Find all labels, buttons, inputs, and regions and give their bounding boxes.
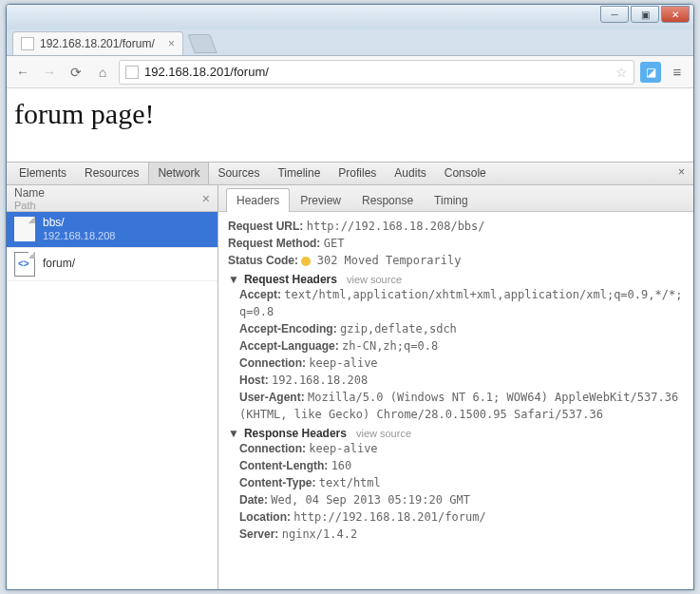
- network-columns-header: Name Path ×: [7, 185, 218, 212]
- headers-pane: Request URL: http://192.168.18.208/bbs/ …: [218, 212, 693, 589]
- devtools-tab-profiles[interactable]: Profiles: [330, 163, 386, 184]
- request-url-label: Request URL:: [228, 220, 303, 233]
- header-row: Server: nginx/1.4.2: [239, 526, 684, 543]
- network-request-panel: Name Path × bbs/192.168.18.208forum/: [7, 185, 218, 589]
- view-source-link[interactable]: view source: [356, 428, 411, 439]
- file-icon: [14, 217, 35, 241]
- response-headers-section[interactable]: ▼ Response Headers view source: [228, 427, 684, 440]
- header-value: keep-alive: [309, 356, 377, 370]
- page-icon: [21, 37, 34, 50]
- detail-tab-headers[interactable]: Headers: [226, 188, 290, 212]
- header-row: Content-Length: 160: [239, 457, 684, 474]
- header-row: Accept-Language: zh-CN,zh;q=0.8: [239, 337, 684, 354]
- titlebar: ─ ▣ ✕: [7, 5, 693, 29]
- request-host: 192.168.18.208: [43, 230, 115, 243]
- network-request-item[interactable]: forum/: [7, 248, 218, 281]
- devtools-tab-elements[interactable]: Elements: [10, 163, 76, 184]
- header-row: Location: http://192.168.18.201/forum/: [239, 508, 684, 526]
- request-headers-title: Request Headers: [244, 273, 337, 286]
- html-file-icon: [14, 252, 35, 277]
- omnibox[interactable]: 192.168.18.201/forum/ ☆: [119, 60, 634, 85]
- tab-close-icon[interactable]: ×: [168, 37, 175, 50]
- column-name: Name: [14, 186, 45, 200]
- network-detail-panel: HeadersPreviewResponseTiming Request URL…: [218, 185, 693, 589]
- home-button[interactable]: ⌂: [92, 62, 113, 83]
- devtools-tab-audits[interactable]: Audits: [386, 163, 435, 184]
- browser-tab[interactable]: 192.168.18.201/forum/ ×: [12, 31, 183, 55]
- header-row: Accept: text/html,application/xhtml+xml,…: [239, 286, 684, 320]
- devtools-tab-sources[interactable]: Sources: [209, 163, 269, 184]
- header-value: zh-CN,zh;q=0.8: [342, 339, 438, 353]
- request-headers-list: Accept: text/html,application/xhtml+xml,…: [239, 286, 684, 423]
- header-key: Connection:: [239, 442, 309, 455]
- page-icon: [125, 66, 139, 79]
- header-value: gzip,deflate,sdch: [340, 322, 457, 335]
- header-row: Connection: keep-alive: [239, 440, 684, 457]
- status-code-label: Status Code:: [228, 254, 298, 267]
- detail-tab-response[interactable]: Response: [351, 188, 424, 212]
- bookmark-star-icon[interactable]: ☆: [615, 65, 628, 80]
- header-row: Accept-Encoding: gzip,deflate,sdch: [239, 320, 684, 337]
- header-key: Location:: [239, 510, 293, 524]
- header-value: nginx/1.4.2: [282, 527, 357, 541]
- request-headers-section[interactable]: ▼ Request Headers view source: [228, 273, 684, 286]
- header-key: Connection:: [239, 356, 309, 370]
- nav-toolbar: ← → ⟳ ⌂ 192.168.18.201/forum/ ☆ ◪ ≡: [7, 56, 693, 88]
- devtools-tab-network[interactable]: Network: [148, 163, 209, 184]
- back-button[interactable]: ←: [12, 62, 33, 83]
- header-row: Connection: keep-alive: [239, 354, 684, 372]
- header-row: User-Agent: Mozilla/5.0 (Windows NT 6.1;…: [239, 389, 684, 423]
- devtools-tab-resources[interactable]: Resources: [76, 163, 148, 184]
- reload-button[interactable]: ⟳: [66, 62, 86, 83]
- header-key: Host:: [239, 374, 272, 387]
- detail-tab-preview[interactable]: Preview: [290, 188, 351, 212]
- forward-button: →: [39, 62, 60, 83]
- header-value: text/html: [319, 476, 381, 489]
- header-key: Content-Length:: [239, 459, 331, 472]
- devtools-tab-timeline[interactable]: Timeline: [269, 163, 330, 184]
- page-content: forum page!: [7, 88, 693, 163]
- header-row: Content-Type: text/html: [239, 474, 684, 491]
- disclosure-triangle-icon: ▼: [228, 273, 239, 286]
- new-tab-button[interactable]: [187, 34, 217, 53]
- minimize-button[interactable]: ─: [600, 6, 629, 23]
- devtools-tabs: ElementsResourcesNetworkSourcesTimelineP…: [7, 163, 693, 185]
- header-key: Server:: [239, 527, 282, 541]
- request-name: bbs/: [43, 216, 115, 230]
- header-row: Host: 192.168.18.208: [239, 372, 684, 389]
- devtools-tab-console[interactable]: Console: [436, 163, 496, 184]
- panel-close-icon[interactable]: ×: [202, 191, 210, 206]
- tab-title: 192.168.18.201/forum/: [40, 37, 162, 50]
- request-name: forum/: [43, 257, 75, 271]
- header-value: http://192.168.18.201/forum/: [293, 510, 485, 524]
- menu-button[interactable]: ≡: [667, 62, 688, 83]
- network-request-item[interactable]: bbs/192.168.18.208: [7, 212, 218, 248]
- status-dot-icon: [301, 257, 311, 266]
- browser-window: ─ ▣ ✕ 192.168.18.201/forum/ × ← → ⟳ ⌂ 19…: [6, 4, 694, 590]
- request-method-label: Request Method:: [228, 237, 320, 250]
- view-source-link[interactable]: view source: [347, 274, 402, 285]
- response-headers-title: Response Headers: [244, 427, 347, 440]
- page-heading: forum page!: [14, 98, 154, 129]
- status-code-value: 302 Moved Temporarily: [317, 254, 462, 267]
- header-value: 192.168.18.208: [272, 374, 368, 387]
- network-request-list: bbs/192.168.18.208forum/: [7, 212, 218, 589]
- disclosure-triangle-icon: ▼: [228, 427, 239, 440]
- column-path: Path: [14, 200, 45, 211]
- header-key: User-Agent:: [239, 391, 308, 404]
- detail-tab-timing[interactable]: Timing: [424, 188, 479, 212]
- close-button[interactable]: ✕: [661, 6, 690, 23]
- header-value: Wed, 04 Sep 2013 05:19:20 GMT: [271, 493, 470, 507]
- maximize-button[interactable]: ▣: [631, 6, 659, 23]
- request-method-value: GET: [324, 237, 345, 250]
- devtools: ElementsResourcesNetworkSourcesTimelineP…: [7, 163, 693, 589]
- header-value: keep-alive: [309, 442, 377, 455]
- header-key: Date:: [239, 493, 271, 507]
- devtools-body: Name Path × bbs/192.168.18.208forum/ Hea…: [7, 185, 693, 589]
- header-value: 160: [331, 459, 352, 472]
- header-key: Accept-Language:: [239, 339, 342, 353]
- extension-icon[interactable]: ◪: [640, 62, 661, 83]
- devtools-close-icon[interactable]: ×: [670, 163, 693, 184]
- request-url-value: http://192.168.18.208/bbs/: [307, 220, 485, 233]
- header-key: Accept:: [239, 288, 284, 301]
